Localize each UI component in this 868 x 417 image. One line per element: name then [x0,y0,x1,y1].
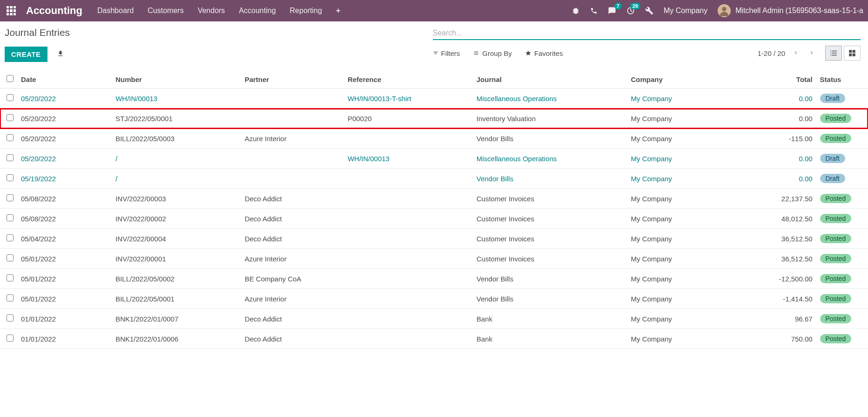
table-row[interactable]: 05/01/2022BILL/2022/05/0001Azure Interio… [0,289,868,309]
navbar-menu: Dashboard Customers Vendors Accounting R… [97,7,340,15]
col-number[interactable]: Number [112,70,241,89]
cell-number[interactable]: / [115,155,117,163]
table-row[interactable]: 05/19/2022/Vendor BillsMy Company0.00Dra… [0,169,868,189]
user-menu[interactable]: Mitchell Admin (15695063-saas-15-1-a [718,4,863,17]
import-icon[interactable] [57,50,64,59]
filters-button[interactable]: Filters [433,49,460,57]
cell-date[interactable]: 05/20/2022 [21,95,56,103]
avatar [718,4,731,17]
cell-partner: Deco Addict [245,315,282,323]
app-brand[interactable]: Accounting [26,5,82,17]
cell-date: 01/01/2022 [21,335,56,343]
table-row[interactable]: 05/01/2022BILL/2022/05/0002BE Company Co… [0,269,868,289]
row-checkbox[interactable] [7,194,13,201]
menu-add[interactable]: + [336,7,340,15]
table-row[interactable]: 05/01/2022INV/2022/00001Azure InteriorCu… [0,249,868,269]
col-status[interactable]: Status [816,70,868,89]
apps-icon[interactable] [5,4,18,17]
cell-journal[interactable]: Miscellaneous Operations [477,95,557,103]
menu-dashboard[interactable]: Dashboard [97,7,134,15]
row-checkbox[interactable] [7,294,13,301]
row-checkbox[interactable] [7,94,13,101]
pager-prev[interactable] [791,48,801,59]
table-row[interactable]: 05/20/2022STJ/2022/05/0001P00020Inventor… [0,109,868,129]
status-badge: Draft [820,154,845,163]
table-row[interactable]: 01/01/2022BNK1/2022/01/0007Deco AddictBa… [0,309,868,329]
status-badge: Posted [820,114,852,123]
select-all-checkbox[interactable] [7,75,13,82]
table-header-row: Date Number Partner Reference Journal Co… [0,70,868,89]
chevron-left-icon [793,49,799,56]
chevron-right-icon [808,49,815,56]
col-partner[interactable]: Partner [241,70,344,89]
cell-date[interactable]: 05/20/2022 [21,155,56,163]
cell-company[interactable]: My Company [631,175,672,183]
cell-company: My Company [631,195,672,203]
col-total[interactable]: Total [747,70,816,89]
row-checkbox[interactable] [7,114,13,121]
status-badge: Posted [820,294,852,303]
cell-company: My Company [631,295,672,303]
cell-company[interactable]: My Company [631,155,672,163]
table-row[interactable]: 05/20/2022WH/IN/00013WH/IN/00013-T-shirt… [0,89,868,109]
cell-journal[interactable]: Miscellaneous Operations [477,155,557,163]
table-row[interactable]: 05/08/2022INV/2022/00002Deco AddictCusto… [0,209,868,229]
cell-number: INV/2022/00003 [115,195,166,203]
debug-icon[interactable] [572,7,580,15]
menu-customers[interactable]: Customers [148,7,183,15]
status-badge: Draft [820,94,845,103]
table-row[interactable]: 01/01/2022BNK1/2022/01/0006Deco AddictBa… [0,329,868,349]
table-row[interactable]: 05/08/2022INV/2022/00003Deco AddictCusto… [0,189,868,209]
table-row[interactable]: 05/20/2022/WH/IN/00013Miscellaneous Oper… [0,149,868,169]
row-checkbox[interactable] [7,214,13,221]
menu-reporting[interactable]: Reporting [290,7,322,15]
table-row[interactable]: 05/20/2022BILL/2022/05/0003Azure Interio… [0,129,868,149]
cell-partner: Azure Interior [245,295,287,303]
messaging-icon[interactable]: 7 [608,7,616,15]
cell-journal[interactable]: Vendor Bills [477,175,513,183]
cell-date: 05/08/2022 [21,195,56,203]
pager-text[interactable]: 1-20 / 20 [758,49,785,57]
cp-bottom: Filters Group By Favorites 1-20 / 20 [433,46,861,61]
row-checkbox[interactable] [7,335,13,342]
row-checkbox[interactable] [7,234,13,241]
cell-number: BILL/2022/05/0002 [115,275,175,283]
menu-accounting[interactable]: Accounting [239,7,276,15]
row-checkbox[interactable] [7,274,13,281]
row-checkbox[interactable] [7,134,13,141]
row-checkbox[interactable] [7,254,13,261]
search-input[interactable] [433,29,861,37]
cell-reference[interactable]: WH/IN/00013 [348,155,390,163]
col-journal[interactable]: Journal [473,70,627,89]
cell-number[interactable]: WH/IN/00013 [115,95,157,103]
cell-company[interactable]: My Company [631,95,672,103]
star-icon [525,50,532,56]
favorites-button[interactable]: Favorites [525,49,563,57]
activity-icon[interactable]: 29 [626,7,635,15]
journal-entries-table: Date Number Partner Reference Journal Co… [0,70,868,349]
table-row[interactable]: 05/04/2022INV/2022/00004Deco AddictCusto… [0,229,868,249]
col-company[interactable]: Company [627,70,747,89]
list-view-button[interactable] [825,46,842,61]
cell-reference[interactable]: WH/IN/00013-T-shirt [348,95,411,103]
row-checkbox[interactable] [7,314,13,321]
col-ref[interactable]: Reference [344,70,473,89]
company-selector[interactable]: My Company [664,7,707,15]
navbar: Accounting Dashboard Customers Vendors A… [0,0,868,21]
tools-icon[interactable] [645,7,653,15]
cell-reference: P00020 [348,115,372,123]
row-checkbox[interactable] [7,174,13,181]
row-checkbox[interactable] [7,154,13,161]
groupby-button[interactable]: Group By [473,49,511,57]
phone-icon[interactable] [590,7,598,14]
menu-vendors[interactable]: Vendors [198,7,225,15]
cell-total: -1,414.50 [783,295,812,303]
cell-number[interactable]: / [115,175,117,183]
cell-journal: Inventory Valuation [477,115,536,123]
col-date[interactable]: Date [17,70,112,89]
cell-journal: Vendor Bills [477,275,513,283]
create-button[interactable]: CREATE [5,47,47,62]
pager-next[interactable] [807,48,817,59]
kanban-view-button[interactable] [844,46,861,61]
cell-date[interactable]: 05/19/2022 [21,175,56,183]
